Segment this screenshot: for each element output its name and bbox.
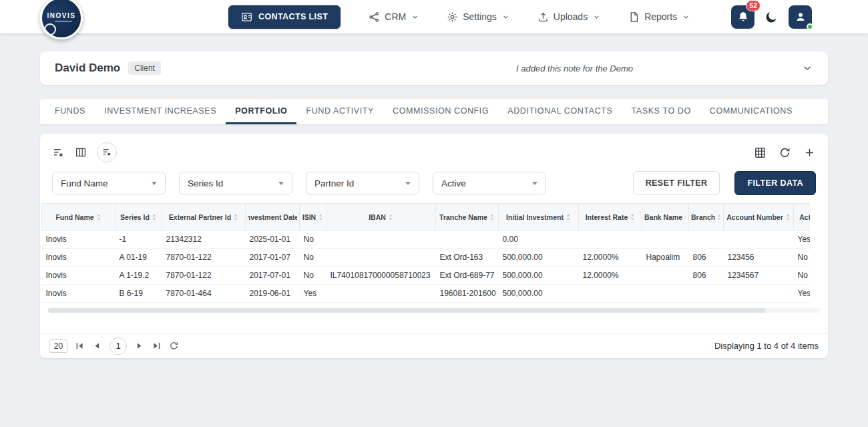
scrollbar-thumb[interactable]: [48, 308, 766, 313]
column-header[interactable]: Branch: [689, 204, 724, 231]
profile-button[interactable]: [789, 5, 812, 29]
tab-funds[interactable]: FUNDS: [45, 99, 95, 124]
column-header-label: Initial Investment: [506, 213, 564, 221]
brand-logo[interactable]: INOVIS: [40, 0, 83, 39]
table-cell: 12.0000%: [579, 249, 642, 267]
nav-menu-uploads[interactable]: Uploads: [537, 11, 600, 23]
bell-icon: [737, 11, 749, 23]
table-cell: No: [300, 267, 327, 285]
column-header[interactable]: Investment Date: [246, 204, 300, 231]
filter-data-button[interactable]: FILTER DATA: [734, 171, 816, 195]
client-header-card: David Demo Client I added this note for …: [40, 51, 828, 85]
clear-sort-icon[interactable]: [97, 142, 117, 162]
person-icon: [795, 11, 807, 23]
table-cell: No: [794, 267, 811, 285]
table-row[interactable]: InovisA 01-197870-01-1222017-01-07NoExt …: [42, 249, 811, 267]
contacts-list-label: CONTACTS LIST: [258, 12, 328, 21]
table-cell: [436, 231, 499, 249]
online-status-dot: [807, 23, 813, 30]
select-value: Fund Name: [61, 178, 108, 188]
filter-fund-name-select[interactable]: Fund Name: [52, 172, 166, 194]
table-cell: [642, 267, 689, 285]
reload-grid-button[interactable]: [169, 341, 179, 351]
caret-down-icon: [532, 182, 537, 185]
moon-icon: [765, 10, 779, 24]
column-header[interactable]: IBAN: [327, 204, 436, 231]
next-page-button[interactable]: [134, 341, 144, 351]
tab-communications[interactable]: COMMUNICATIONS: [700, 99, 802, 124]
contacts-list-button[interactable]: CONTACTS LIST: [228, 5, 341, 29]
table-cell: 7870-01-122: [162, 267, 246, 285]
column-header-label: Fund Name: [55, 213, 93, 221]
last-page-button[interactable]: [152, 341, 162, 351]
column-header[interactable]: Account Number: [724, 204, 794, 231]
tab-commission-config[interactable]: COMMISSION CONFIG: [383, 99, 498, 124]
expand-chevron-icon[interactable]: [801, 62, 813, 74]
table-cell: 7870-01-122: [162, 249, 246, 267]
previous-page-button[interactable]: [92, 341, 102, 351]
table-cell: A 1-19.2: [116, 267, 162, 285]
clear-filter-icon[interactable]: [52, 146, 65, 159]
column-header-label: Interest Rate: [586, 213, 628, 221]
sort-icon: [684, 213, 686, 221]
column-header[interactable]: Bank Name: [642, 204, 689, 231]
column-header[interactable]: Tranche Name: [436, 204, 499, 231]
report-document-icon: [628, 11, 640, 23]
tab-investment-increases[interactable]: INVESTMENT INCREASES: [95, 99, 226, 124]
table-cell: [579, 231, 642, 249]
tab-tasks-to-do[interactable]: TASKS TO DO: [622, 99, 700, 124]
filter-row: Fund Name Series Id Partner Id Active RE…: [40, 166, 828, 203]
column-header[interactable]: Active: [794, 204, 811, 231]
table-cell: 0.00: [499, 231, 579, 249]
export-excel-icon[interactable]: [754, 146, 767, 159]
page: INOVIS CONTACTS LIST CRM: [0, 0, 868, 358]
table-row[interactable]: Inovis-1213423122025-01-01No0.00Yes: [42, 231, 811, 249]
column-header[interactable]: Series Id: [116, 204, 162, 231]
select-value: Active: [441, 178, 466, 188]
column-header-label: Active: [799, 213, 810, 221]
nav-menu-label: CRM: [385, 11, 406, 22]
table-cell: 806: [689, 249, 724, 267]
first-page-button[interactable]: [75, 341, 85, 351]
column-header[interactable]: External Partner Id: [162, 204, 246, 231]
data-grid: Fund NameSeries IdExternal Partner IdInv…: [41, 203, 810, 303]
table-cell: [724, 285, 794, 303]
filter-active-select[interactable]: Active: [433, 172, 546, 194]
nav-menu-label: Reports: [644, 11, 677, 22]
table-row[interactable]: InovisB 6-197870-01-4642019-06-01Yes1960…: [42, 285, 811, 303]
page-size-select[interactable]: 20: [49, 339, 67, 353]
table-cell: No: [300, 249, 327, 267]
gear-icon: [447, 11, 458, 23]
column-header[interactable]: ISIN: [300, 204, 327, 231]
column-header-label: Bank Name: [644, 213, 682, 221]
column-header-label: Investment Date: [248, 213, 297, 221]
column-header[interactable]: Initial Investment: [499, 204, 579, 231]
table-cell: [689, 285, 724, 303]
filter-series-id-select[interactable]: Series Id: [179, 172, 292, 194]
nav-menu-crm[interactable]: CRM: [369, 11, 419, 23]
table-cell: [724, 231, 794, 249]
column-header[interactable]: Interest Rate: [579, 204, 642, 231]
pagination-bar: 20 1 Displaying 1 to 4 of 4 items: [40, 333, 828, 358]
dark-mode-toggle[interactable]: [765, 10, 779, 24]
client-type-badge: Client: [128, 61, 161, 75]
table-cell: 2017-07-01: [246, 267, 300, 285]
chevron-down-icon: [411, 13, 419, 21]
tab-additional-contacts[interactable]: ADDITIONAL CONTACTS: [498, 99, 622, 124]
column-header-label: Series Id: [120, 213, 150, 221]
table-cell: Yes: [794, 285, 811, 303]
refresh-icon[interactable]: [779, 146, 791, 159]
nav-menu-reports[interactable]: Reports: [628, 11, 690, 23]
reset-filter-button[interactable]: RESET FILTER: [633, 171, 720, 195]
notifications-button[interactable]: 52: [731, 5, 754, 29]
nav-menu-settings[interactable]: Settings: [447, 11, 509, 23]
current-page-button[interactable]: 1: [110, 337, 127, 355]
tab-fund-activity[interactable]: FUND ACTIVITY: [296, 99, 383, 124]
filter-partner-id-select[interactable]: Partner Id: [306, 172, 419, 194]
columns-icon[interactable]: [75, 146, 87, 158]
table-row[interactable]: InovisA 1-19.27870-01-1222017-07-01NoIL7…: [42, 267, 811, 285]
tab-portfolio[interactable]: PORTFOLIO: [226, 99, 296, 124]
horizontal-scrollbar[interactable]: [48, 308, 820, 313]
column-header[interactable]: Fund Name: [42, 204, 116, 231]
add-icon[interactable]: [803, 146, 816, 159]
